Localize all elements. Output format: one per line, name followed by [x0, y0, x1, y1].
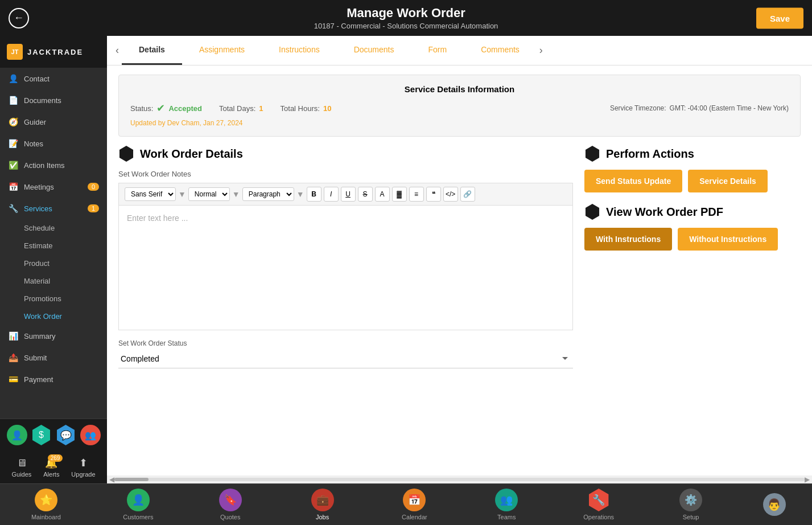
- quote-button[interactable]: ❝: [426, 187, 441, 202]
- setup-label: Setup: [683, 514, 699, 520]
- sidebar-sub-product[interactable]: Product: [0, 255, 107, 272]
- logo-icon: JT: [7, 44, 23, 60]
- with-instructions-button[interactable]: With Instructions: [584, 228, 672, 251]
- tab-comments[interactable]: Comments: [464, 36, 537, 65]
- notes-textarea[interactable]: Enter text here ...: [118, 205, 573, 330]
- tab-prev-button[interactable]: ‹: [113, 39, 122, 62]
- work-order-label: Work Order: [24, 312, 62, 321]
- tab-assignments[interactable]: Assignments: [182, 36, 262, 65]
- services-badge: 1: [88, 204, 99, 212]
- sidebar: JT JACKTRADE 👤 Contact 📄 Documents 🧭 Gui…: [0, 36, 107, 483]
- underline-button[interactable]: U: [341, 187, 356, 202]
- timezone-value: GMT: -04:00 (Eastern Time - New York): [670, 104, 789, 112]
- alerts-label: Alerts: [43, 471, 59, 478]
- list-button[interactable]: ≡: [409, 187, 424, 202]
- sidebar-item-action-items[interactable]: ✅ Action Items: [0, 154, 107, 176]
- meetings-icon: 📅: [8, 182, 18, 191]
- tab-details[interactable]: Details: [122, 36, 182, 65]
- sidebar-item-guider[interactable]: 🧭 Guider: [0, 111, 107, 133]
- mainboard-label: Mainboard: [31, 514, 61, 520]
- scrollbar-track: [114, 478, 805, 481]
- view-pdf-label: View Work Order PDF: [606, 206, 723, 219]
- product-label: Product: [24, 259, 50, 268]
- nav-operations[interactable]: 🔧 Operations: [579, 489, 619, 520]
- sidebar-item-payment[interactable]: 💳 Payment: [0, 368, 107, 390]
- sidebar-item-meetings[interactable]: 📅 Meetings 0: [0, 176, 107, 198]
- meetings-badge: 0: [88, 183, 99, 191]
- sidebar-sub-schedule[interactable]: Schedule: [0, 219, 107, 237]
- paragraph-select[interactable]: Paragraph: [242, 187, 294, 201]
- sidebar-sub-estimate[interactable]: Estimate: [0, 237, 107, 255]
- service-details-button[interactable]: Service Details: [688, 170, 768, 192]
- tab-instructions[interactable]: Instructions: [262, 36, 337, 65]
- code-button[interactable]: </>: [443, 187, 458, 202]
- scroll-right-btn[interactable]: ▶: [805, 475, 810, 483]
- work-order-hex-icon: [118, 146, 134, 162]
- sidebar-item-contact[interactable]: 👤 Contact: [0, 68, 107, 89]
- link-button[interactable]: 🔗: [460, 187, 475, 202]
- sidebar-bottom-icon-person[interactable]: 👤: [7, 425, 27, 445]
- customers-icon: 👤: [127, 489, 150, 511]
- perform-actions-label: Perform Actions: [606, 147, 694, 161]
- page-title: Manage Work Order: [11, 6, 801, 20]
- nav-jobs[interactable]: 💼 Jobs: [303, 489, 343, 520]
- logo-text: JACKTRADE: [27, 48, 83, 56]
- sidebar-sub-material[interactable]: Material: [0, 272, 107, 290]
- highlight-button[interactable]: ▓: [392, 187, 407, 202]
- sidebar-sub-promotions[interactable]: Promotions: [0, 290, 107, 307]
- perform-actions-title: Perform Actions: [584, 146, 801, 162]
- italic-button[interactable]: I: [324, 187, 339, 202]
- promotions-label: Promotions: [24, 294, 61, 303]
- sidebar-bottom-icon-chat[interactable]: 💬: [56, 425, 76, 445]
- sidebar-item-label: Contact: [24, 75, 50, 83]
- user-avatar[interactable]: 👨: [763, 493, 786, 516]
- send-status-update-button[interactable]: Send Status Update: [584, 170, 682, 192]
- sidebar-bottom-icons: 👤 $ 💬 👥: [0, 419, 107, 451]
- nav-customers[interactable]: 👤 Customers: [118, 489, 158, 520]
- nav-setup[interactable]: ⚙️ Setup: [671, 489, 711, 520]
- operations-icon: 🔧: [587, 489, 610, 511]
- horizontal-scrollbar[interactable]: ◀ ▶: [107, 475, 812, 483]
- sidebar-bottom-icon-group[interactable]: 👥: [80, 425, 101, 445]
- upgrade-nav[interactable]: ⬆ Upgrade: [71, 457, 95, 478]
- back-button[interactable]: ←: [9, 8, 29, 28]
- sidebar-sub-work-order[interactable]: Work Order: [0, 307, 107, 325]
- status-select[interactable]: Completed: [118, 350, 573, 368]
- sidebar-item-summary[interactable]: 📊 Summary: [0, 325, 107, 347]
- operations-label: Operations: [583, 514, 614, 520]
- sidebar-item-documents[interactable]: 📄 Documents: [0, 89, 107, 111]
- save-button[interactable]: Save: [756, 7, 803, 28]
- sidebar-item-label: Notes: [24, 140, 43, 148]
- strikethrough-button[interactable]: S: [358, 187, 373, 202]
- guider-icon: 🧭: [8, 117, 18, 126]
- nav-mainboard[interactable]: ⭐ Mainboard: [26, 489, 66, 520]
- status-section-label: Set Work Order Status: [118, 339, 573, 347]
- status-label: Status:: [130, 104, 153, 113]
- calendar-label: Calendar: [402, 514, 427, 520]
- font-family-select[interactable]: Sans Serif: [125, 187, 176, 201]
- tab-next-button[interactable]: ›: [537, 39, 546, 62]
- customers-label: Customers: [123, 514, 153, 520]
- alerts-nav[interactable]: 269 🔔 Alerts: [43, 457, 59, 478]
- nav-teams[interactable]: 👥 Teams: [487, 489, 526, 520]
- tab-form[interactable]: Form: [411, 36, 464, 65]
- sidebar-item-submit[interactable]: 📤 Submit: [0, 347, 107, 368]
- nav-calendar[interactable]: 📅 Calendar: [394, 489, 434, 520]
- font-size-select[interactable]: Normal: [188, 187, 230, 201]
- guides-nav[interactable]: 🖥 Guides: [11, 457, 31, 478]
- updated-by-name: Dev Cham: [167, 119, 200, 127]
- main-scroll-area[interactable]: Service Details Information Status: ✔ Ac…: [107, 65, 812, 475]
- sidebar-item-notes[interactable]: 📝 Notes: [0, 133, 107, 154]
- content-area: ‹ Details Assignments Instructions Docum…: [107, 36, 812, 483]
- status-section: Set Work Order Status Completed: [118, 339, 573, 368]
- without-instructions-button[interactable]: Without Instructions: [678, 228, 778, 251]
- tab-documents[interactable]: Documents: [337, 36, 411, 65]
- bold-button[interactable]: B: [307, 187, 321, 202]
- sidebar-bottom-icon-dollar[interactable]: $: [31, 425, 52, 445]
- sidebar-item-label: Services: [24, 204, 52, 213]
- scroll-left-btn[interactable]: ◀: [109, 475, 114, 483]
- notes-icon: 📝: [8, 139, 18, 148]
- nav-quotes[interactable]: 🔖 Quotes: [211, 489, 250, 520]
- font-color-button[interactable]: A: [375, 187, 390, 202]
- sidebar-item-services[interactable]: 🔧 Services 1: [0, 198, 107, 219]
